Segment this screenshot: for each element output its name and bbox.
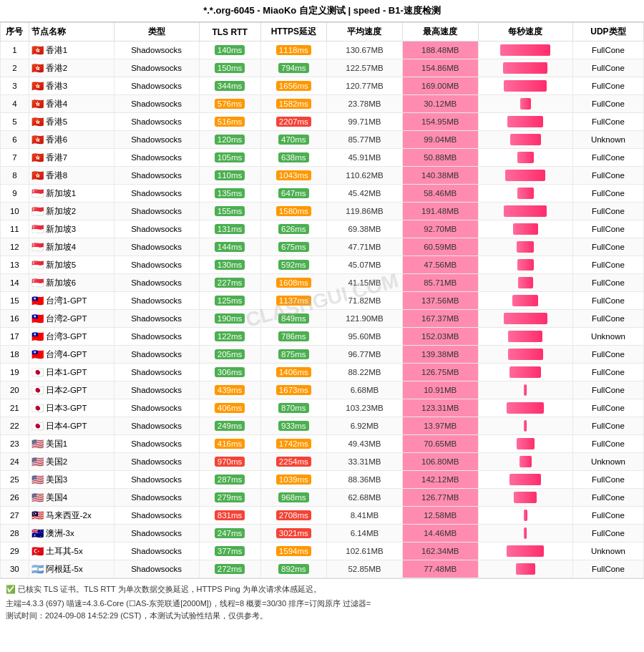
footer-check: ✅ 已核实 TLS 证书。TLS RTT 为单次数据交换延迟，HTTPS Pin…	[6, 583, 638, 596]
node-name-text: 香港1	[46, 45, 67, 56]
cell-speed	[478, 292, 572, 310]
cell-udp: Unknown	[572, 131, 643, 149]
header-tls: TLS RTT	[199, 23, 260, 42]
table-row: 3🇭🇰香港3Shadowsocks344ms1656ms120.77MB169.…	[1, 77, 644, 95]
cell-speed	[478, 381, 572, 399]
cell-tls: 122ms	[199, 328, 260, 346]
tls-badge: 140ms	[215, 45, 245, 55]
speed-bar	[517, 259, 534, 271]
cell-avg: 120.77MB	[327, 77, 403, 95]
cell-speed	[478, 95, 572, 113]
cell-avg: 33.31MB	[327, 453, 403, 471]
cell-tls: 287ms	[199, 471, 260, 489]
cell-speed	[478, 417, 572, 435]
tls-badge: 247ms	[215, 528, 245, 538]
cell-name: 🇲🇾马来西亚-2x	[29, 507, 114, 525]
https-badge: 470ms	[278, 135, 309, 145]
node-name-text: 日本1-GPT	[46, 367, 87, 378]
speed-bar	[512, 295, 538, 306]
table-row: 14🇸🇬新加坡6Shadowsocks227ms1608ms41.15MB85.…	[1, 274, 644, 292]
cell-avg: 6.68MB	[327, 381, 403, 399]
flag-icon: 🇦🇷	[31, 563, 44, 575]
https-badge: 1742ms	[276, 439, 311, 449]
cell-https: 968ms	[260, 489, 327, 507]
speed-bar	[517, 241, 534, 253]
cell-speed	[478, 542, 572, 560]
table-row: 22🇯🇵日本4-GPTShadowsocks249ms933ms6.92MB13…	[1, 417, 644, 435]
cell-udp: FullCone	[572, 560, 643, 578]
cell-tls: 155ms	[199, 203, 260, 220]
cell-max: 137.56MB	[402, 292, 478, 310]
cell-type: Shadowsocks	[114, 381, 199, 399]
cell-https: 638ms	[260, 149, 327, 167]
speed-bar-container	[481, 240, 570, 253]
speed-bar	[517, 152, 534, 163]
cell-https: 592ms	[260, 256, 327, 274]
node-name-text: 新加坡2	[46, 206, 76, 217]
speed-bar	[507, 545, 544, 557]
node-name-text: 新加坡5	[46, 260, 76, 271]
speed-bar	[507, 402, 544, 414]
speed-bar	[504, 205, 547, 217]
cell-name: 🇺🇸美国2	[29, 453, 114, 471]
cell-seq: 16	[1, 310, 29, 328]
cell-udp: FullCone	[572, 203, 643, 220]
cell-tls: 377ms	[199, 542, 260, 560]
cell-udp: FullCone	[572, 507, 643, 525]
cell-speed	[478, 525, 572, 542]
cell-max: 10.91MB	[402, 381, 478, 399]
cell-https: 1608ms	[260, 274, 327, 292]
https-badge: 786ms	[278, 331, 309, 341]
speed-bar-container	[481, 545, 570, 558]
https-badge: 1406ms	[276, 367, 311, 377]
node-name-text: 日本4-GPT	[46, 421, 87, 432]
table-row: 30🇦🇷阿根廷-5xShadowsocks272ms892ms52.85MB77…	[1, 560, 644, 578]
speed-bar-container	[481, 527, 570, 540]
cell-speed	[478, 220, 572, 238]
cell-max: 169.00MB	[402, 77, 478, 95]
cell-speed	[478, 149, 572, 167]
cell-name: 🇭🇰香港6	[29, 131, 114, 149]
speed-bar-container	[481, 223, 570, 235]
cell-speed	[478, 203, 572, 220]
cell-seq: 8	[1, 167, 29, 185]
cell-name: 🇹🇼台湾4-GPT	[29, 346, 114, 364]
node-name-text: 新加坡3	[46, 224, 76, 235]
cell-type: Shadowsocks	[114, 77, 199, 95]
table-row: 8🇭🇰香港8Shadowsocks110ms1043ms110.62MB140.…	[1, 167, 644, 185]
flag-icon: 🇹🇼	[31, 349, 44, 360]
cell-speed	[478, 399, 572, 417]
https-badge: 892ms	[278, 564, 309, 574]
cell-https: 786ms	[260, 328, 327, 346]
https-badge: 2254ms	[276, 457, 311, 467]
speed-bar	[520, 98, 531, 110]
cell-https: 870ms	[260, 399, 327, 417]
cell-max: 142.12MB	[402, 471, 478, 489]
cell-max: 106.80MB	[402, 453, 478, 471]
cell-https: 626ms	[260, 220, 327, 238]
cell-name: 🇸🇬新加坡3	[29, 220, 114, 238]
cell-name: 🇦🇺澳洲-3x	[29, 525, 114, 542]
node-name-text: 马来西亚-2x	[46, 510, 92, 521]
flag-icon: 🇹🇼	[31, 295, 44, 306]
speed-bar	[510, 134, 541, 145]
speed-bar	[500, 44, 550, 56]
cell-max: 30.12MB	[402, 95, 478, 113]
cell-seq: 9	[1, 185, 29, 203]
node-name-text: 日本3-GPT	[46, 403, 87, 414]
https-badge: 870ms	[278, 403, 309, 413]
footer: ✅ 已核实 TLS 证书。TLS RTT 为单次数据交换延迟，HTTPS Pin…	[0, 578, 644, 627]
cell-speed	[478, 453, 572, 471]
cell-avg: 88.22MB	[327, 364, 403, 381]
speed-bar-container	[481, 79, 570, 92]
table-row: 5🇭🇰香港5Shadowsocks516ms2207ms99.71MB154.9…	[1, 113, 644, 131]
speed-bar	[513, 223, 538, 235]
flag-icon: 🇭🇰	[31, 44, 44, 56]
cell-tls: 144ms	[199, 238, 260, 256]
speed-bar-container	[481, 419, 570, 432]
table-row: 17🇹🇼台湾3-GPTShadowsocks122ms786ms95.60MB1…	[1, 328, 644, 346]
table-row: 7🇭🇰香港7Shadowsocks105ms638ms45.91MB50.88M…	[1, 149, 644, 167]
cell-max: 12.58MB	[402, 507, 478, 525]
node-name-text: 新加坡6	[46, 278, 76, 288]
cell-https: 470ms	[260, 131, 327, 149]
